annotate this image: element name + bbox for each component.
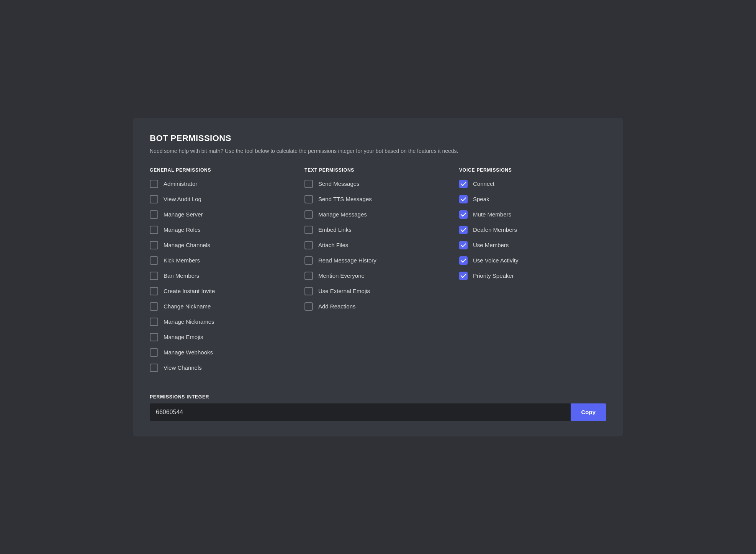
permission-checkbox-0-10[interactable] (150, 333, 158, 341)
permission-label: Kick Members (164, 256, 200, 264)
permission-checkbox-0-2[interactable] (150, 210, 158, 219)
permission-item: Manage Server (150, 210, 297, 219)
permission-label: Speak (473, 195, 489, 203)
permission-label: Use Members (473, 241, 509, 249)
column-header-0: GENERAL PERMISSIONS (150, 167, 297, 173)
permission-item: Send Messages (304, 180, 452, 188)
permission-checkbox-1-0[interactable] (304, 180, 313, 188)
permission-label: Use Voice Activity (473, 256, 518, 264)
permission-label: Use External Emojis (318, 287, 370, 295)
permission-checkbox-0-5[interactable] (150, 256, 158, 265)
permission-item: Use External Emojis (304, 287, 452, 295)
permission-item: Manage Messages (304, 210, 452, 219)
permission-label: Attach Files (318, 241, 348, 249)
permission-checkbox-2-0[interactable] (459, 180, 468, 188)
permission-item: View Audit Log (150, 195, 297, 203)
permission-item: View Channels (150, 364, 297, 372)
permission-label: Mute Members (473, 210, 511, 218)
permission-item: Deafen Members (459, 226, 606, 234)
permission-checkbox-2-3[interactable] (459, 226, 468, 234)
permission-label: Add Reactions (318, 302, 356, 310)
permission-checkbox-0-4[interactable] (150, 241, 158, 249)
permission-label: Manage Messages (318, 210, 367, 218)
permission-checkbox-2-4[interactable] (459, 241, 468, 249)
permission-label: Administrator (164, 180, 197, 188)
permissions-column-2: VOICE PERMISSIONSConnectSpeakMute Member… (459, 167, 606, 379)
permission-item: Manage Channels (150, 241, 297, 249)
permission-checkbox-0-8[interactable] (150, 302, 158, 311)
permission-item: Create Instant Invite (150, 287, 297, 295)
permission-label: View Channels (164, 364, 202, 372)
page-description: Need some help with bit math? Use the to… (150, 147, 606, 155)
permissions-integer-section: PERMISSIONS INTEGER Copy (150, 394, 606, 421)
permission-checkbox-1-2[interactable] (304, 210, 313, 219)
permission-label: Manage Roles (164, 226, 201, 234)
permission-label: Send Messages (318, 180, 360, 188)
integer-input-row: Copy (150, 403, 606, 421)
permission-item: Priority Speaker (459, 272, 606, 280)
permission-item: Speak (459, 195, 606, 203)
integer-label: PERMISSIONS INTEGER (150, 394, 606, 400)
permission-label: Read Message History (318, 256, 376, 264)
permission-item: Mute Members (459, 210, 606, 219)
permission-item: Kick Members (150, 256, 297, 265)
permission-item: Read Message History (304, 256, 452, 265)
permission-label: Manage Emojis (164, 333, 203, 341)
permission-checkbox-1-4[interactable] (304, 241, 313, 249)
permission-checkbox-0-9[interactable] (150, 318, 158, 326)
permission-checkbox-0-7[interactable] (150, 287, 158, 295)
permission-label: Priority Speaker (473, 272, 514, 280)
permission-checkbox-0-6[interactable] (150, 272, 158, 280)
permission-checkbox-1-5[interactable] (304, 256, 313, 265)
permission-checkbox-1-3[interactable] (304, 226, 313, 234)
permission-label: Ban Members (164, 272, 199, 280)
permission-checkbox-2-6[interactable] (459, 272, 468, 280)
permission-item: Manage Roles (150, 226, 297, 234)
permission-label: Create Instant Invite (164, 287, 215, 295)
permission-item: Use Members (459, 241, 606, 249)
permission-checkbox-1-8[interactable] (304, 302, 313, 311)
permission-checkbox-2-1[interactable] (459, 195, 468, 203)
permission-label: View Audit Log (164, 195, 201, 203)
permission-item: Attach Files (304, 241, 452, 249)
permission-checkbox-1-6[interactable] (304, 272, 313, 280)
permission-checkbox-0-3[interactable] (150, 226, 158, 234)
permission-label: Manage Nicknames (164, 318, 214, 326)
permission-item: Manage Emojis (150, 333, 297, 341)
permission-checkbox-2-2[interactable] (459, 210, 468, 219)
permission-item: Send TTS Messages (304, 195, 452, 203)
permission-item: Manage Webhooks (150, 348, 297, 357)
permission-item: Manage Nicknames (150, 318, 297, 326)
permission-label: Embed Links (318, 226, 352, 234)
permission-label: Send TTS Messages (318, 195, 372, 203)
permission-item: Connect (459, 180, 606, 188)
permissions-column-0: GENERAL PERMISSIONSAdministratorView Aud… (150, 167, 297, 379)
permission-checkbox-0-11[interactable] (150, 348, 158, 357)
permission-item: Ban Members (150, 272, 297, 280)
permissions-grid: GENERAL PERMISSIONSAdministratorView Aud… (150, 167, 606, 379)
column-header-2: VOICE PERMISSIONS (459, 167, 606, 173)
permission-item: Mention Everyone (304, 272, 452, 280)
permissions-integer-input[interactable] (150, 403, 571, 421)
permission-item: Add Reactions (304, 302, 452, 311)
permission-checkbox-0-1[interactable] (150, 195, 158, 203)
permission-checkbox-1-1[interactable] (304, 195, 313, 203)
permissions-column-1: TEXT PERMISSIONSSend MessagesSend TTS Me… (304, 167, 452, 379)
page-title: BOT PERMISSIONS (150, 133, 606, 143)
permission-label: Change Nickname (164, 302, 211, 310)
permission-checkbox-0-12[interactable] (150, 364, 158, 372)
permission-label: Deafen Members (473, 226, 517, 234)
column-header-1: TEXT PERMISSIONS (304, 167, 452, 173)
bot-permissions-container: BOT PERMISSIONS Need some help with bit … (133, 118, 623, 436)
permission-label: Manage Server (164, 210, 203, 218)
permission-label: Manage Channels (164, 241, 210, 249)
copy-button[interactable]: Copy (571, 403, 607, 421)
permission-label: Connect (473, 180, 494, 188)
permission-checkbox-1-7[interactable] (304, 287, 313, 295)
permission-label: Manage Webhooks (164, 348, 213, 356)
permission-item: Use Voice Activity (459, 256, 606, 265)
permission-item: Administrator (150, 180, 297, 188)
permission-checkbox-0-0[interactable] (150, 180, 158, 188)
permission-checkbox-2-5[interactable] (459, 256, 468, 265)
permission-label: Mention Everyone (318, 272, 365, 280)
